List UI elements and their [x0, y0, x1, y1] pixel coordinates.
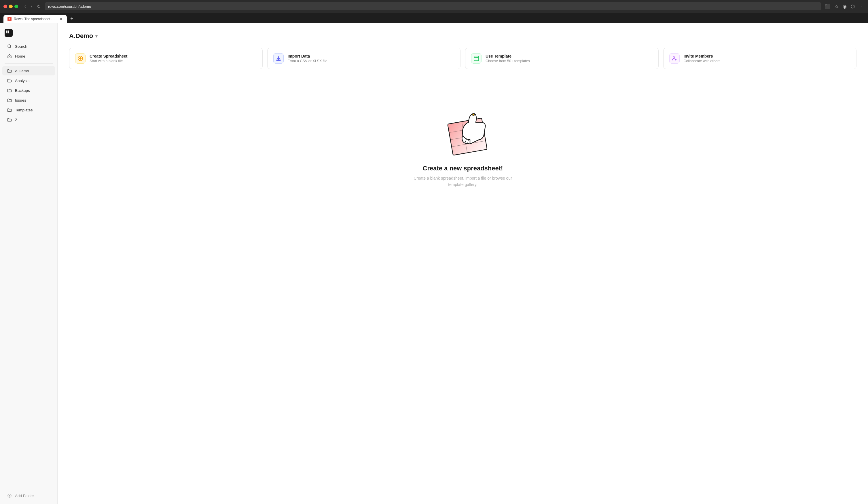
svg-text:R: R — [9, 18, 10, 20]
sidebar-item-label-backups: Backups — [15, 88, 30, 93]
folder-icon-issues — [7, 97, 12, 103]
invite-members-text: Invite Members Collaborate with others — [684, 54, 721, 63]
logo-icon — [4, 29, 13, 37]
active-tab[interactable]: R Rows: The spreadsheet whe... ✕ — [3, 15, 67, 23]
invite-members-icon — [669, 53, 680, 64]
use-template-text: Use Template Choose from 50+ templates — [486, 54, 530, 63]
profile-icon[interactable]: ◉ — [841, 3, 848, 10]
svg-rect-14 — [277, 60, 280, 61]
svg-rect-3 — [8, 31, 9, 32]
use-template-card[interactable]: Use Template Choose from 50+ templates — [465, 48, 659, 69]
new-tab-button[interactable]: + — [68, 15, 76, 23]
browser-nav: ‹ › ↻ — [23, 3, 42, 10]
svg-rect-5 — [8, 32, 9, 33]
use-template-subtitle: Choose from 50+ templates — [486, 59, 530, 63]
sidebar-item-issues[interactable]: Issues — [2, 96, 55, 105]
invite-members-title: Invite Members — [684, 54, 721, 59]
svg-point-26 — [472, 113, 475, 116]
sidebar-item-templates[interactable]: Templates — [2, 105, 55, 115]
tab-close-button[interactable]: ✕ — [59, 17, 63, 21]
sidebar: Search Home A.Demo — [0, 23, 58, 504]
svg-point-6 — [8, 45, 11, 48]
sidebar-item-backups[interactable]: Backups — [2, 86, 55, 95]
sidebar-item-label-analysis: Analysis — [15, 78, 29, 83]
create-spreadsheet-card[interactable]: Create Spreadsheet Start with a blank fi… — [69, 48, 263, 69]
import-data-text: Import Data From a CSV or XLSX file — [288, 54, 328, 63]
svg-point-18 — [673, 57, 675, 59]
invite-members-subtitle: Collaborate with others — [684, 59, 721, 63]
folder-icon-z — [7, 117, 12, 122]
sidebar-logo — [0, 27, 57, 41]
empty-state-subtitle: Create a blank spreadsheet, import a fil… — [408, 175, 517, 188]
add-folder-icon — [7, 493, 12, 498]
import-data-subtitle: From a CSV or XLSX file — [288, 59, 328, 63]
add-folder-button[interactable]: Add Folder — [2, 491, 55, 500]
sidebar-item-home[interactable]: Home — [2, 52, 55, 61]
workspace-title: A.Demo — [69, 32, 93, 40]
sidebar-item-label-templates: Templates — [15, 108, 33, 112]
create-spreadsheet-text: Create Spreadsheet Start with a blank fi… — [90, 54, 127, 63]
import-data-title: Import Data — [288, 54, 328, 59]
address-bar-container — [45, 2, 822, 10]
empty-state-title: Create a new spreadsheet! — [423, 165, 503, 172]
invite-members-card[interactable]: Invite Members Collaborate with others — [663, 48, 857, 69]
create-spreadsheet-icon — [75, 53, 85, 64]
sidebar-item-label-home: Home — [15, 54, 25, 59]
tab-title: Rows: The spreadsheet whe... — [14, 17, 57, 21]
folder-icon-templates — [7, 107, 12, 113]
workspace-header: A.Demo ▾ — [69, 32, 857, 40]
sidebar-item-z[interactable]: Z — [2, 115, 55, 124]
use-template-icon — [471, 53, 482, 64]
folder-icon-analysis — [7, 78, 12, 83]
minimize-button[interactable] — [9, 4, 13, 8]
back-button[interactable]: ‹ — [23, 3, 28, 10]
create-spreadsheet-subtitle: Start with a blank file — [90, 59, 127, 63]
import-data-card[interactable]: Import Data From a CSV or XLSX file — [267, 48, 461, 69]
browser-actions: ⬛ ☆ ◉ ⬡ ⋮ — [824, 3, 865, 10]
sidebar-item-analysis[interactable]: Analysis — [2, 76, 55, 85]
search-icon — [7, 44, 12, 49]
screen-share-icon[interactable]: ⬛ — [824, 3, 832, 10]
sidebar-item-search[interactable]: Search — [2, 42, 55, 51]
use-template-title: Use Template — [486, 54, 530, 59]
sidebar-item-label-z: Z — [15, 118, 17, 122]
create-spreadsheet-title: Create Spreadsheet — [90, 54, 127, 59]
address-bar[interactable] — [45, 2, 822, 10]
main-content: A.Demo ▾ Create Spreadsheet Start with a… — [58, 23, 868, 504]
menu-icon[interactable]: ⋮ — [858, 3, 865, 10]
workspace-dropdown-icon[interactable]: ▾ — [95, 33, 97, 39]
action-cards-container: Create Spreadsheet Start with a blank fi… — [69, 48, 857, 69]
extension-icon[interactable]: ⬡ — [849, 3, 856, 10]
sidebar-divider — [4, 63, 53, 64]
svg-rect-4 — [6, 32, 8, 33]
svg-rect-15 — [474, 56, 479, 61]
browser-chrome: ‹ › ↻ ⬛ ☆ ◉ ⬡ ⋮ — [0, 0, 868, 13]
bookmark-icon[interactable]: ☆ — [834, 3, 840, 10]
maximize-button[interactable] — [14, 4, 18, 8]
tab-bar: R Rows: The spreadsheet whe... ✕ + — [0, 13, 868, 23]
refresh-button[interactable]: ↻ — [35, 3, 42, 10]
svg-line-7 — [10, 47, 11, 48]
empty-state-illustration — [427, 98, 499, 155]
forward-button[interactable]: › — [29, 3, 34, 10]
folder-icon-backups — [7, 88, 12, 93]
sidebar-item-label-search: Search — [15, 44, 27, 49]
add-folder-label: Add Folder — [15, 494, 34, 498]
close-button[interactable] — [3, 4, 7, 8]
app-container: Search Home A.Demo — [0, 23, 868, 504]
sidebar-item-ademo[interactable]: A.Demo — [2, 66, 55, 75]
traffic-lights — [3, 4, 18, 8]
empty-state: Create a new spreadsheet! Create a blank… — [69, 81, 857, 205]
home-icon — [7, 54, 12, 59]
sidebar-item-label-issues: Issues — [15, 98, 26, 103]
svg-rect-2 — [6, 31, 8, 32]
sidebar-item-label-ademo: A.Demo — [15, 69, 29, 73]
import-data-icon — [273, 53, 284, 64]
folder-icon-ademo — [7, 68, 12, 73]
tab-favicon: R — [8, 17, 11, 21]
